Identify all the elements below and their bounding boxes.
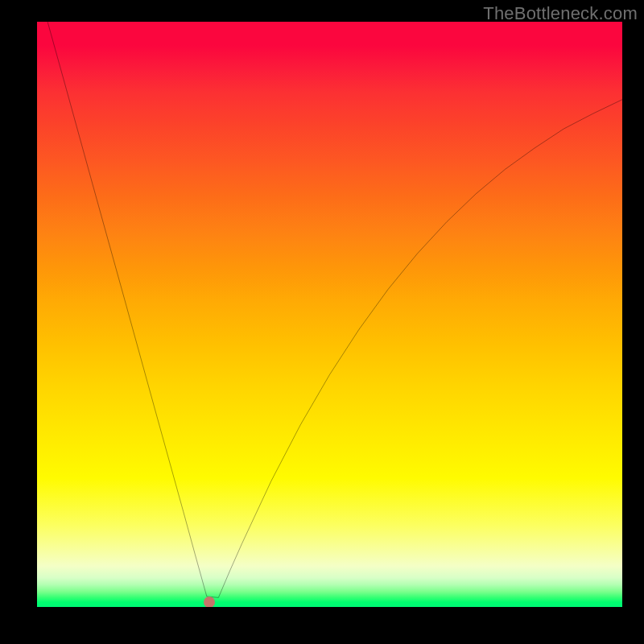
- curve-svg: [37, 22, 622, 607]
- watermark-text: TheBottleneck.com: [483, 3, 638, 24]
- plot-area: [37, 22, 622, 607]
- bottleneck-curve: [47, 22, 622, 597]
- minimum-marker-dot: [204, 597, 215, 607]
- chart-frame: TheBottleneck.com: [0, 0, 644, 644]
